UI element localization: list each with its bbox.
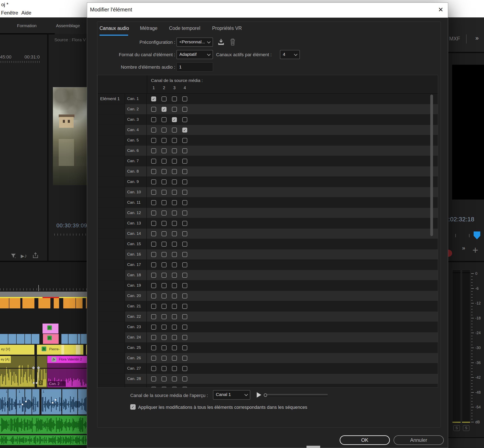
panel-overflow-icon[interactable]: » <box>475 34 479 41</box>
matrix-checkbox-r28-c4[interactable] <box>182 376 187 381</box>
clip-v2-segment[interactable] <box>61 334 68 344</box>
volume-slider-knob[interactable] <box>264 393 267 397</box>
matrix-checkbox-r24-c1[interactable] <box>151 335 156 340</box>
matrix-checkbox-r25-c4[interactable] <box>182 345 187 350</box>
matrix-checkbox-r21-c1[interactable] <box>151 304 156 309</box>
solo-button-2[interactable]: S <box>463 425 469 431</box>
matrix-checkbox-r4-c4[interactable]: ✓ <box>182 128 187 133</box>
matrix-checkbox-r14-c2[interactable] <box>162 231 167 236</box>
matrix-checkbox-r18-c4[interactable] <box>182 273 187 278</box>
menu-item-fenetre[interactable]: Fenêtre <box>1 10 18 16</box>
matrix-checkbox-r7-c2[interactable] <box>162 159 167 164</box>
matrix-checkbox-r9-c1[interactable] <box>151 179 156 184</box>
matrix-checkbox-r10-c4[interactable] <box>182 190 187 195</box>
audio-clip-count-input[interactable]: 1 <box>176 63 213 72</box>
matrix-scrollbar[interactable] <box>430 95 433 236</box>
matrix-checkbox-r2-c4[interactable] <box>182 107 187 112</box>
matrix-checkbox-r12-c4[interactable] <box>182 210 187 216</box>
matrix-checkbox-r1-c2[interactable] <box>162 96 167 101</box>
rubber-band-line[interactable] <box>0 368 87 368</box>
matrix-checkbox-r24-c4[interactable] <box>182 335 187 340</box>
matrix-checkbox-r8-c3[interactable] <box>172 169 177 174</box>
matrix-checkbox-r6-c4[interactable] <box>182 148 187 153</box>
apply-all-checkbox[interactable]: ✓ <box>130 404 136 410</box>
matrix-checkbox-r12-c3[interactable] <box>172 210 177 216</box>
matrix-checkbox-r11-c1[interactable] <box>151 200 156 205</box>
matrix-checkbox-r10-c3[interactable] <box>172 190 177 195</box>
delete-preset-icon[interactable] <box>229 38 236 46</box>
matrix-checkbox-r8-c2[interactable] <box>162 169 167 174</box>
matrix-checkbox-r5-c2[interactable] <box>162 138 167 143</box>
overview-clip-block[interactable] <box>9 298 20 308</box>
matrix-checkbox-r4-c2[interactable] <box>162 128 167 133</box>
keyframe-dot[interactable] <box>52 402 54 404</box>
active-channels-dropdown[interactable]: 4 <box>280 50 300 59</box>
matrix-checkbox-r27-c2[interactable] <box>162 366 167 371</box>
save-preset-icon[interactable] <box>217 38 225 46</box>
matrix-checkbox-r5-c4[interactable] <box>182 138 187 143</box>
matrix-checkbox-r18-c3[interactable] <box>172 273 177 278</box>
matrix-checkbox-r9-c2[interactable] <box>162 179 167 184</box>
keyframe-dot[interactable] <box>33 382 35 384</box>
matrix-checkbox-r15-c1[interactable] <box>151 242 156 247</box>
matrix-checkbox-r20-c4[interactable] <box>182 294 187 298</box>
matrix-checkbox-r20-c3[interactable] <box>172 294 177 298</box>
matrix-checkbox-r18-c2[interactable] <box>162 273 167 278</box>
matrix-checkbox-r11-c3[interactable] <box>172 200 177 205</box>
matrix-checkbox-r8-c4[interactable] <box>182 169 187 174</box>
matrix-checkbox-r16-c1[interactable] <box>151 252 156 257</box>
matrix-checkbox-r20-c2[interactable] <box>162 294 167 298</box>
matrix-checkbox-r3-c1[interactable] <box>151 117 156 122</box>
matrix-checkbox-r4-c3[interactable] <box>172 128 177 133</box>
overview-clip-block[interactable] <box>76 298 83 308</box>
matrix-checkbox-r11-c4[interactable] <box>182 200 187 205</box>
keyframe-dot[interactable] <box>55 399 56 401</box>
matrix-checkbox-r1-c3[interactable] <box>172 96 177 101</box>
matrix-checkbox-r14-c4[interactable] <box>182 231 187 236</box>
matrix-checkbox-r20-c1[interactable] <box>151 294 156 298</box>
matrix-checkbox-r27-c3[interactable] <box>172 366 177 371</box>
cancel-button[interactable]: Annuler <box>394 435 444 445</box>
workspace-tab-formation[interactable]: Formation <box>17 23 37 28</box>
matrix-checkbox-r21-c3[interactable] <box>172 304 177 309</box>
clip-v1-a[interactable]: ey [V] <box>0 345 34 355</box>
preview-channel-dropdown[interactable]: Canal 1 <box>213 390 250 400</box>
matrix-checkbox-r16-c2[interactable] <box>162 252 167 257</box>
matrix-checkbox-r2-c3[interactable] <box>172 107 177 112</box>
matrix-checkbox-r19-c3[interactable] <box>172 283 177 288</box>
volume-slider-track[interactable] <box>267 394 328 396</box>
matrix-checkbox-r6-c1[interactable] <box>151 148 156 153</box>
matrix-checkbox-r19-c4[interactable] <box>182 283 187 288</box>
workspace-tab-assemblage[interactable]: Assemblage <box>56 23 80 28</box>
matrix-checkbox-r17-c2[interactable] <box>162 262 167 267</box>
matrix-checkbox-r29-c2[interactable] <box>162 387 167 387</box>
matrix-checkbox-r7-c4[interactable] <box>182 159 187 164</box>
matrix-checkbox-r27-c1[interactable] <box>151 366 156 371</box>
matrix-checkbox-r16-c4[interactable] <box>182 252 187 257</box>
matrix-checkbox-r17-c4[interactable] <box>182 262 187 267</box>
matrix-checkbox-r23-c1[interactable] <box>151 325 156 329</box>
clip-v2-segment[interactable] <box>0 334 8 344</box>
matrix-checkbox-r23-c3[interactable] <box>172 325 177 329</box>
tab-canaux-audio[interactable]: Canaux audio <box>100 25 129 31</box>
overview-clip-block[interactable] <box>22 298 34 308</box>
matrix-checkbox-r6-c2[interactable] <box>162 148 167 153</box>
matrix-checkbox-r28-c3[interactable] <box>172 376 177 381</box>
matrix-checkbox-r25-c1[interactable] <box>151 345 156 350</box>
matrix-checkbox-r9-c4[interactable] <box>182 179 187 184</box>
filter-icon[interactable] <box>10 253 17 259</box>
matrix-checkbox-r26-c2[interactable] <box>162 356 167 361</box>
matrix-checkbox-r29-c3[interactable] <box>172 387 177 387</box>
matrix-checkbox-r1-c1[interactable]: ✓ <box>151 96 156 101</box>
timeline-playhead-line[interactable] <box>38 285 39 291</box>
clip-v1-b[interactable]: fx Pierre- <box>37 345 83 355</box>
matrix-checkbox-r25-c2[interactable] <box>162 345 167 350</box>
dialog-titlebar[interactable]: Modifier l'élément ✕ <box>87 3 448 18</box>
matrix-checkbox-r1-c4[interactable] <box>182 96 187 101</box>
tab-code-temporel[interactable]: Code temporel <box>169 25 200 31</box>
channel-format-dropdown[interactable]: Adaptatif <box>176 50 213 59</box>
matrix-checkbox-r18-c1[interactable] <box>151 273 156 278</box>
source-ruler-ticks[interactable] <box>54 233 87 238</box>
keyframe-dot[interactable] <box>22 404 23 405</box>
matrix-checkbox-r8-c1[interactable] <box>151 169 156 174</box>
